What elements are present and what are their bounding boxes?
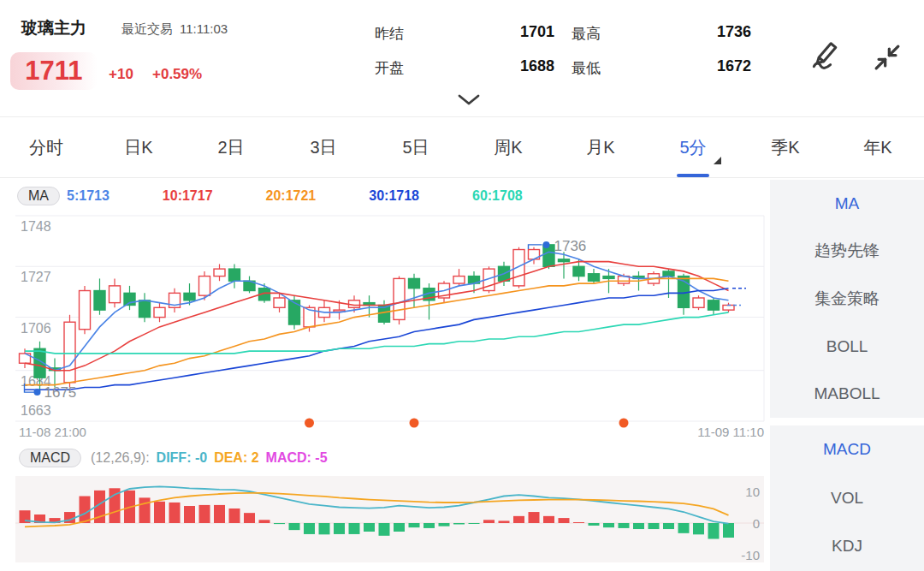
dropdown-triangle-icon xyxy=(714,157,721,164)
stat-value-prev-settle: 1701 xyxy=(479,23,554,41)
svg-text:1663: 1663 xyxy=(21,403,51,418)
tab-季K[interactable]: 季K xyxy=(739,118,832,177)
macd-chart[interactable]: 100-10 xyxy=(0,473,770,571)
instrument-name: 玻璃主力 xyxy=(21,17,86,39)
sidebar-item-MA[interactable]: MA xyxy=(770,180,924,228)
stat-label-open: 开盘 xyxy=(375,58,404,78)
stat-value-open: 1688 xyxy=(479,57,554,75)
tab-bar: 分时日K2日3日5日周K月K5分季K年K xyxy=(0,118,924,178)
header-divider xyxy=(0,116,924,117)
indicator-sidebar: MA趋势先锋集金策略BOLLMABOLL MACDVOLKDJ xyxy=(770,180,924,571)
legend-item-MACD: MACD: -5 xyxy=(266,450,328,465)
tab-周K[interactable]: 周K xyxy=(462,118,554,177)
price-change: +10 xyxy=(109,66,133,83)
stat-value-low: 1672 xyxy=(653,57,751,75)
tab-分时[interactable]: 分时 xyxy=(0,118,92,177)
indicator-sidebar-group-1: MA趋势先锋集金策略BOLLMABOLL xyxy=(770,180,924,418)
svg-text:1727: 1727 xyxy=(21,270,51,284)
sidebar-item-VOL[interactable]: VOL xyxy=(770,474,924,523)
x-axis-end-label: 11-09 11:10 xyxy=(650,425,764,439)
macd-params: (12,26,9): xyxy=(91,450,149,466)
collapse-arrows-icon[interactable] xyxy=(869,39,905,75)
tab-3日[interactable]: 3日 xyxy=(277,118,370,177)
svg-text:1675: 1675 xyxy=(44,384,77,401)
tab-5日[interactable]: 5日 xyxy=(370,118,462,177)
macd-indicator-pill[interactable]: MACD xyxy=(19,449,81,467)
legend-item-DEA: DEA: 2 xyxy=(214,450,258,465)
active-tab-underline xyxy=(677,174,709,177)
last-price: 1711 xyxy=(10,52,98,90)
pencil-draw-icon[interactable] xyxy=(806,36,842,72)
svg-text:-10: -10 xyxy=(741,548,760,562)
svg-text:1706: 1706 xyxy=(21,321,51,336)
chevron-down-icon[interactable] xyxy=(456,92,482,108)
sidebar-item-KDJ[interactable]: KDJ xyxy=(770,522,924,571)
tab-日K[interactable]: 日K xyxy=(92,118,185,177)
legend-item-DIFF: DIFF: -0 xyxy=(157,450,208,465)
tab-月K[interactable]: 月K xyxy=(554,118,647,177)
sidebar-item-BOLL[interactable]: BOLL xyxy=(770,323,924,371)
macd-legend-items: DIFF: -0DEA: 2MACD: -5 xyxy=(150,450,328,466)
last-trade-time: 11:11:03 xyxy=(180,21,228,36)
svg-text:0: 0 xyxy=(753,516,760,531)
price-change-percent: +0.59% xyxy=(152,66,202,83)
last-trade: 最近交易11:11:03 xyxy=(121,21,234,38)
stat-value-high: 1736 xyxy=(653,23,751,41)
sidebar-item-MABOLL[interactable]: MABOLL xyxy=(770,370,924,418)
main-chart[interactable]: 1748172717061684166316751736 xyxy=(0,180,770,438)
stat-label-low: 最低 xyxy=(572,58,601,78)
x-axis-start-label: 11-08 21:00 xyxy=(19,425,86,439)
sidebar-item-MACD[interactable]: MACD xyxy=(770,425,924,474)
last-trade-label: 最近交易 xyxy=(121,21,173,36)
macd-legend: MACD (12,26,9): DIFF: -0DEA: 2MACD: -5 xyxy=(19,447,328,469)
indicator-sidebar-group-2: MACDVOLKDJ xyxy=(770,425,924,571)
app: 玻璃主力 最近交易11:11:03 1711 +10 +0.59% 昨结 170… xyxy=(0,0,924,571)
stat-label-prev-settle: 昨结 xyxy=(375,24,404,44)
tab-5分[interactable]: 5分 xyxy=(647,118,739,177)
svg-text:1736: 1736 xyxy=(554,238,587,254)
tab-年K[interactable]: 年K xyxy=(832,118,924,177)
svg-text:1748: 1748 xyxy=(21,219,51,234)
sidebar-item-趋势先锋[interactable]: 趋势先锋 xyxy=(770,228,924,276)
svg-text:10: 10 xyxy=(745,485,760,499)
stat-label-high: 最高 xyxy=(572,24,601,44)
sidebar-item-集金策略[interactable]: 集金策略 xyxy=(770,275,924,323)
tab-2日[interactable]: 2日 xyxy=(185,118,277,177)
